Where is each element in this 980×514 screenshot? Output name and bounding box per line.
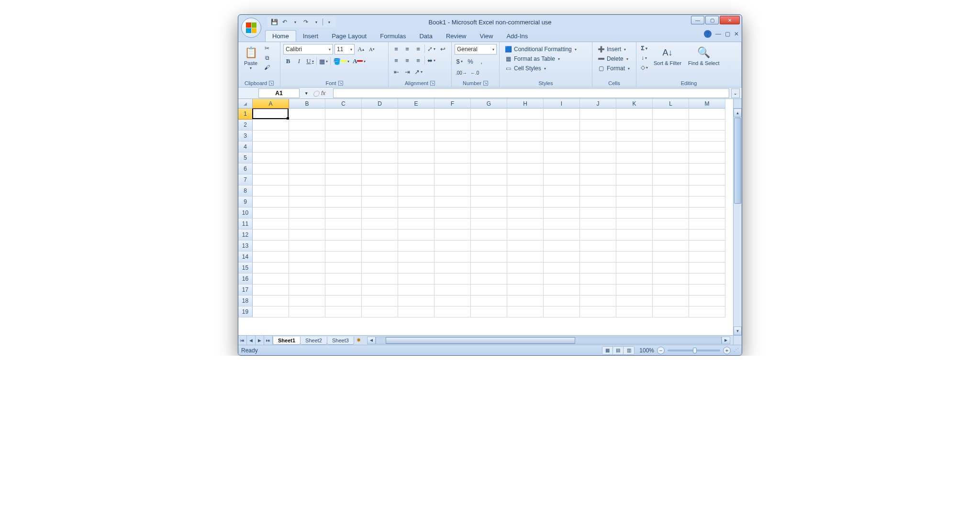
cell[interactable] (653, 241, 689, 252)
column-header[interactable]: F (434, 99, 471, 109)
cell-area[interactable] (253, 109, 733, 335)
accounting-format-icon[interactable]: $ (455, 56, 464, 66)
increase-font-icon[interactable]: A▴ (356, 44, 366, 54)
hscroll-left-icon[interactable]: ◀ (367, 337, 376, 344)
cell[interactable] (398, 241, 434, 252)
cell[interactable] (289, 164, 325, 175)
cell[interactable] (289, 120, 325, 131)
align-top-icon[interactable]: ≡ (391, 44, 401, 54)
cell[interactable] (471, 219, 507, 230)
cell[interactable] (544, 142, 580, 153)
sheet-nav-next-icon[interactable]: ▶ (256, 336, 264, 345)
restore-workbook-icon[interactable]: ▢ (725, 31, 730, 37)
delete-cells-button[interactable]: ➖ Delete (595, 55, 630, 63)
percent-format-icon[interactable]: % (466, 56, 475, 66)
redo-dropdown-icon[interactable]: ▾ (312, 18, 321, 26)
cell[interactable] (434, 208, 471, 219)
font-family-combo[interactable]: Calibri▾ (283, 44, 333, 55)
wrap-text-icon[interactable]: ↩ (438, 44, 447, 54)
cell[interactable] (616, 164, 653, 175)
cell[interactable] (398, 153, 434, 164)
cell[interactable] (507, 241, 544, 252)
cell[interactable] (434, 186, 471, 197)
cell[interactable] (616, 219, 653, 230)
cell[interactable] (544, 273, 580, 284)
cell[interactable] (289, 142, 325, 153)
cell[interactable] (544, 241, 580, 252)
cell[interactable] (471, 120, 507, 131)
cell[interactable] (398, 219, 434, 230)
tab-review[interactable]: Review (439, 31, 473, 42)
cell[interactable] (253, 241, 289, 252)
cell[interactable] (253, 230, 289, 241)
cell[interactable] (507, 186, 544, 197)
cell[interactable] (362, 175, 398, 186)
minimize-button[interactable]: — (691, 16, 704, 24)
cell[interactable] (689, 197, 725, 208)
cell[interactable] (362, 241, 398, 252)
cell[interactable] (544, 208, 580, 219)
cell[interactable] (653, 284, 689, 295)
tab-data[interactable]: Data (412, 31, 439, 42)
cell[interactable] (289, 208, 325, 219)
cell[interactable] (580, 142, 616, 153)
cell[interactable] (471, 153, 507, 164)
zoom-level[interactable]: 100% (639, 347, 654, 354)
cell[interactable] (507, 120, 544, 131)
find-select-button[interactable]: 🔍 Find & Select (686, 44, 721, 67)
increase-indent-icon[interactable]: ⇥ (402, 67, 412, 77)
comma-format-icon[interactable]: , (477, 56, 486, 66)
close-button[interactable]: ✕ (720, 16, 740, 24)
tab-insert[interactable]: Insert (296, 31, 325, 42)
cell[interactable] (398, 295, 434, 306)
cell[interactable] (471, 208, 507, 219)
cell[interactable] (289, 175, 325, 186)
minimize-ribbon-icon[interactable]: — (715, 31, 721, 37)
row-header[interactable]: 5 (238, 153, 253, 164)
cell[interactable] (434, 164, 471, 175)
cell[interactable] (398, 164, 434, 175)
cell[interactable] (580, 175, 616, 186)
orientation-icon[interactable]: ⤢ (426, 44, 436, 54)
cell[interactable] (653, 120, 689, 131)
row-header[interactable]: 10 (238, 208, 253, 219)
cell[interactable] (398, 186, 434, 197)
cell[interactable] (689, 284, 725, 295)
cell[interactable] (398, 142, 434, 153)
cell[interactable] (616, 262, 653, 273)
cut-icon[interactable]: ✂ (262, 44, 272, 53)
decrease-indent-icon[interactable]: ⇤ (391, 67, 401, 77)
qat-customize-icon[interactable]: ▾ (325, 18, 334, 26)
row-header[interactable]: 15 (238, 262, 253, 273)
sort-filter-button[interactable]: A↓ Sort & Filter (652, 44, 683, 67)
cell[interactable] (544, 252, 580, 262)
cell[interactable] (616, 295, 653, 306)
cell[interactable] (398, 208, 434, 219)
font-dialog-launcher[interactable]: ↘ (338, 81, 343, 86)
align-right-icon[interactable]: ≡ (413, 55, 423, 65)
cell[interactable] (653, 295, 689, 306)
cell[interactable] (253, 186, 289, 197)
cell[interactable] (398, 230, 434, 241)
vscroll-thumb[interactable] (734, 118, 741, 204)
cell[interactable] (580, 241, 616, 252)
cell[interactable] (689, 164, 725, 175)
cell[interactable] (325, 252, 362, 262)
cell[interactable] (253, 262, 289, 273)
cell[interactable] (580, 262, 616, 273)
decrease-font-icon[interactable]: A▾ (367, 44, 377, 54)
cell[interactable] (580, 273, 616, 284)
office-button[interactable] (241, 18, 261, 38)
sheet-nav-prev-icon[interactable]: ◀ (247, 336, 256, 345)
zoom-in-button[interactable]: + (723, 347, 731, 354)
cell[interactable] (289, 241, 325, 252)
cell[interactable] (325, 186, 362, 197)
cell[interactable] (325, 284, 362, 295)
cell[interactable] (434, 153, 471, 164)
cell[interactable] (507, 284, 544, 295)
page-layout-view-icon[interactable]: ▤ (613, 347, 624, 354)
row-header[interactable]: 2 (238, 120, 253, 131)
column-header[interactable]: G (471, 99, 507, 109)
sheet-nav-last-icon[interactable]: ⏭ (264, 336, 273, 345)
column-header[interactable]: J (580, 99, 616, 109)
